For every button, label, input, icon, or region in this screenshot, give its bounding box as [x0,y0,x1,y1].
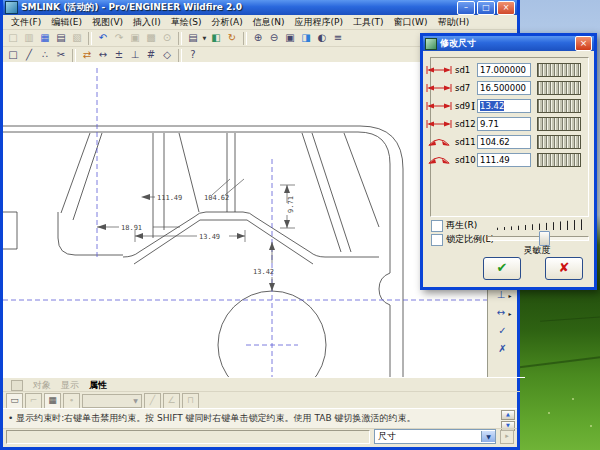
toggle-grid-icon[interactable]: ▦ [44,393,61,409]
line-style-icon[interactable]: ╱ [144,393,161,409]
modify-dims-icon[interactable]: ± [111,48,127,62]
redo-icon[interactable]: ↷ [111,31,127,45]
lock-scale-checkbox[interactable] [431,234,443,246]
shaded-view-icon[interactable]: ◐ [314,31,330,45]
context-help-icon[interactable]: ? [185,48,201,62]
paste-icon[interactable]: ▩ [143,31,159,45]
scroll-up-icon[interactable]: ▲ [501,410,515,420]
menu-tools[interactable]: 工具(T) [348,16,389,29]
regenerate-checkbox[interactable] [431,220,443,232]
flower-fleck [572,398,574,400]
thumbwheel[interactable] [537,63,581,77]
dim-18-91[interactable]: 18.91 [121,224,142,232]
undo-icon[interactable]: ↶ [95,31,111,45]
linear-dimension-icon [426,83,452,93]
constraint-tool-button[interactable]: ⊥ ▸ [493,288,511,302]
dimension-value-field[interactable]: 17.000000 [477,63,531,77]
menu-insert[interactable]: 插入(I) [128,16,166,29]
view-manager-icon[interactable]: ◧ [208,31,224,45]
trim-tool-icon[interactable]: ✂ [53,48,69,62]
dimension-value-field[interactable]: 16.500000 [477,81,531,95]
zoom-in-icon[interactable]: ⊕ [250,31,266,45]
feature-tools-icon[interactable]: ◇ [159,48,175,62]
dropdown-caret-icon[interactable]: ▼ [201,35,208,41]
point-tool-icon[interactable]: ∴ [37,48,53,62]
menu-view[interactable]: 视图(V) [87,16,128,29]
dimension-tool-button[interactable]: ↔ ▸ [493,306,511,320]
constraints-icon[interactable]: ⊥ [127,48,143,62]
ok-button[interactable]: ✔ [483,257,521,280]
menu-sketch[interactable]: 草绘(S) [166,16,207,29]
repaint-icon[interactable]: ◨ [298,31,314,45]
dim-111-49[interactable]: 111.49 [157,194,182,202]
dialog-close-button[interactable]: × [575,36,592,51]
zoom-out-icon[interactable]: ⊖ [266,31,282,45]
linear-dimension-icon [426,101,452,111]
swap-icon[interactable]: ⇄ [79,48,95,62]
close-button[interactable]: × [497,1,515,15]
title-bar[interactable]: SMLINK (活动的) - Pro/ENGINEER Wildfire 2.0… [3,0,517,15]
dimension-value-field[interactable]: 9.71 [477,117,531,131]
menu-edit[interactable]: 编辑(E) [46,16,87,29]
chevron-down-icon[interactable]: ▼ [481,431,495,442]
toggle-dims-icon[interactable]: ▭ [6,393,23,409]
accept-sketch-button[interactable]: ✓ [495,324,510,338]
sensitivity-slider[interactable] [487,233,587,242]
search-icon[interactable]: ⊙ [159,31,175,45]
layers-icon[interactable]: ≡ [330,31,346,45]
line-tool-icon[interactable]: ╱ [21,48,37,62]
toolbar-separator [243,32,247,45]
menu-applications[interactable]: 应用程序(P) [290,16,348,29]
thumbwheel[interactable] [537,81,581,95]
dialog-title-bar[interactable]: 修改尺寸 × [423,36,594,51]
menu-info[interactable]: 信息(N) [248,16,290,29]
copy-icon[interactable]: ▣ [127,31,143,45]
dimension-value-field[interactable]: 111.49 [477,153,531,167]
toggle-verts-icon[interactable]: ∙ [63,393,80,409]
dim-13-42[interactable]: 13.42 [253,268,274,276]
maximize-button[interactable]: □ [477,1,495,15]
dimension-value-field[interactable]: 104.62 [477,135,531,149]
thumbwheel[interactable] [537,117,581,131]
filter-combo[interactable]: 尺寸 ▼ [374,429,496,444]
regenerate-icon[interactable]: ↻ [224,31,240,45]
dialog-title: 修改尺寸 [440,37,572,50]
dim-104-62[interactable]: 104.62 [204,194,229,202]
menu-file[interactable]: 文件(F) [6,16,46,29]
menu-help[interactable]: 帮助(H) [432,16,474,29]
dim-9-71[interactable]: 9.71 [287,196,295,213]
flyout-arrow-icon[interactable]: ▸ [508,292,511,299]
thumbwheel[interactable] [537,135,581,149]
message-area: • 显示约束时:右键单击禁用约束。按 SHIFT 键同时右键单击锁定约束。使用 … [3,408,517,428]
model-tree-icon[interactable]: ▤ [185,31,201,45]
quit-sketch-button[interactable]: ✗ [495,342,510,356]
thumbwheel[interactable] [537,153,581,167]
tab-display[interactable]: 显示 [61,379,79,392]
toggle-constraints-icon[interactable]: ⌐ [25,393,42,409]
angle-display-icon[interactable]: ∠ [163,393,180,409]
save-icon[interactable]: ▦ [37,31,53,45]
tab-properties[interactable]: 属性 [89,379,107,392]
minimize-button[interactable]: – [457,1,475,15]
new-icon[interactable]: □ [5,31,21,45]
dimension-icon[interactable]: ↔ [95,48,111,62]
select-icon[interactable]: □ [5,48,21,62]
menu-analysis[interactable]: 分析(A) [207,16,248,29]
cancel-button[interactable]: ✘ [545,257,583,280]
accuracy-select[interactable]: ▼ [82,394,142,408]
print-icon[interactable]: ▤ [53,31,69,45]
tab-objects[interactable]: 对象 [33,379,51,392]
sketch-canvas[interactable]: 18.91 111.49 104.62 9.71 13.49 13.42 [3,62,488,377]
dimension-value-field-active[interactable]: 13.42 [477,99,531,113]
app-icon [5,1,18,14]
export-icon[interactable]: ▧ [69,31,85,45]
thumbwheel[interactable] [537,99,581,113]
flyout-arrow-icon[interactable]: ▸ [508,310,511,317]
dim-13-49[interactable]: 13.49 [199,233,220,241]
grid-icon[interactable]: # [143,48,159,62]
plane-display-icon[interactable]: ⊓ [182,393,199,409]
menu-window[interactable]: 窗口(W) [388,16,432,29]
status-expand-icon[interactable]: ▸ [500,430,514,444]
refit-icon[interactable]: ▣ [282,31,298,45]
open-icon[interactable]: ▥ [21,31,37,45]
